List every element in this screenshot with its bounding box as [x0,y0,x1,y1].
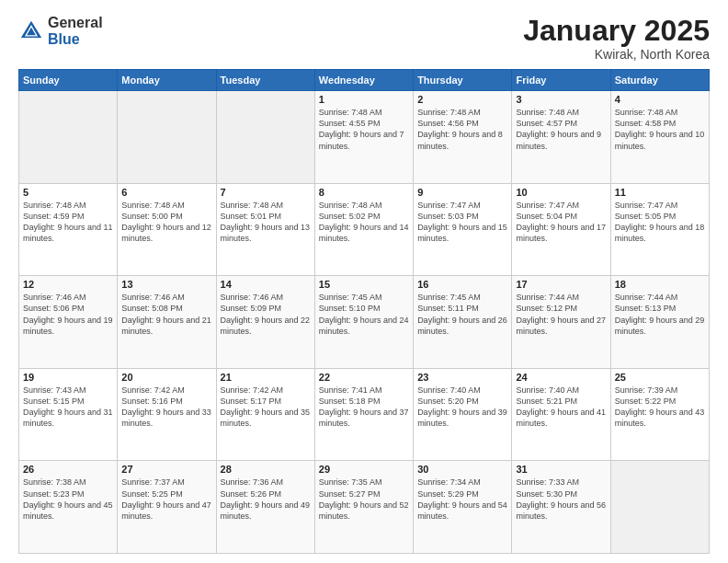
table-row [118,91,216,184]
col-friday: Friday [512,70,610,91]
day-info: Sunrise: 7:33 AM Sunset: 5:30 PM Dayligh… [516,477,606,522]
page: General Blue January 2025 Kwirak, North … [0,0,728,563]
day-info: Sunrise: 7:42 AM Sunset: 5:17 PM Dayligh… [221,385,311,430]
day-info: Sunrise: 7:48 AM Sunset: 5:00 PM Dayligh… [121,200,211,245]
day-info: Sunrise: 7:46 AM Sunset: 5:08 PM Dayligh… [121,292,211,337]
week-row-2: 5Sunrise: 7:48 AM Sunset: 4:59 PM Daylig… [19,183,710,276]
day-info: Sunrise: 7:34 AM Sunset: 5:29 PM Dayligh… [417,477,507,522]
location: Kwirak, North Korea [523,47,710,62]
table-row: 3Sunrise: 7:48 AM Sunset: 4:57 PM Daylig… [512,91,610,184]
day-info: Sunrise: 7:48 AM Sunset: 4:59 PM Dayligh… [23,200,113,245]
table-row: 14Sunrise: 7:46 AM Sunset: 5:09 PM Dayli… [216,276,314,369]
table-row: 22Sunrise: 7:41 AM Sunset: 5:18 PM Dayli… [314,368,413,461]
day-number: 1 [319,94,409,105]
day-number: 30 [417,464,507,475]
day-number: 10 [516,187,606,198]
day-number: 18 [615,279,705,290]
col-saturday: Saturday [610,70,709,91]
table-row: 23Sunrise: 7:40 AM Sunset: 5:20 PM Dayli… [414,368,512,461]
col-monday: Monday [118,70,216,91]
table-row: 12Sunrise: 7:46 AM Sunset: 5:06 PM Dayli… [19,276,118,369]
day-number: 9 [417,187,507,198]
header: General Blue January 2025 Kwirak, North … [18,15,710,62]
table-row: 31Sunrise: 7:33 AM Sunset: 5:30 PM Dayli… [512,461,610,554]
table-row: 15Sunrise: 7:45 AM Sunset: 5:10 PM Dayli… [314,276,413,369]
week-row-3: 12Sunrise: 7:46 AM Sunset: 5:06 PM Dayli… [19,276,710,369]
calendar-header-row: Sunday Monday Tuesday Wednesday Thursday… [19,70,710,91]
day-info: Sunrise: 7:45 AM Sunset: 5:10 PM Dayligh… [319,292,409,337]
table-row: 6Sunrise: 7:48 AM Sunset: 5:00 PM Daylig… [118,183,216,276]
day-number: 2 [417,94,507,105]
table-row: 29Sunrise: 7:35 AM Sunset: 5:27 PM Dayli… [314,461,413,554]
table-row: 17Sunrise: 7:44 AM Sunset: 5:12 PM Dayli… [512,276,610,369]
day-number: 22 [319,372,409,383]
table-row [610,461,709,554]
table-row: 9Sunrise: 7:47 AM Sunset: 5:03 PM Daylig… [414,183,512,276]
title-block: January 2025 Kwirak, North Korea [523,15,710,62]
day-info: Sunrise: 7:44 AM Sunset: 5:13 PM Dayligh… [615,292,705,337]
day-info: Sunrise: 7:47 AM Sunset: 5:04 PM Dayligh… [516,200,606,245]
table-row: 24Sunrise: 7:40 AM Sunset: 5:21 PM Dayli… [512,368,610,461]
table-row [19,91,118,184]
table-row: 10Sunrise: 7:47 AM Sunset: 5:04 PM Dayli… [512,183,610,276]
day-number: 19 [23,372,113,383]
day-number: 4 [615,94,705,105]
day-info: Sunrise: 7:40 AM Sunset: 5:20 PM Dayligh… [417,385,507,430]
day-info: Sunrise: 7:47 AM Sunset: 5:05 PM Dayligh… [615,200,705,245]
table-row: 13Sunrise: 7:46 AM Sunset: 5:08 PM Dayli… [118,276,216,369]
table-row: 8Sunrise: 7:48 AM Sunset: 5:02 PM Daylig… [314,183,413,276]
day-info: Sunrise: 7:38 AM Sunset: 5:23 PM Dayligh… [23,477,113,522]
day-info: Sunrise: 7:41 AM Sunset: 5:18 PM Dayligh… [319,385,409,430]
table-row: 20Sunrise: 7:42 AM Sunset: 5:16 PM Dayli… [118,368,216,461]
logo-blue: Blue [48,31,80,47]
day-number: 16 [417,279,507,290]
day-number: 15 [319,279,409,290]
day-info: Sunrise: 7:48 AM Sunset: 4:57 PM Dayligh… [516,107,606,152]
day-number: 11 [615,187,705,198]
col-thursday: Thursday [414,70,512,91]
day-info: Sunrise: 7:48 AM Sunset: 4:58 PM Dayligh… [615,107,705,152]
day-number: 23 [417,372,507,383]
week-row-4: 19Sunrise: 7:43 AM Sunset: 5:15 PM Dayli… [19,368,710,461]
day-info: Sunrise: 7:39 AM Sunset: 5:22 PM Dayligh… [615,385,705,430]
day-number: 26 [23,464,113,475]
day-number: 12 [23,279,113,290]
day-info: Sunrise: 7:44 AM Sunset: 5:12 PM Dayligh… [516,292,606,337]
col-wednesday: Wednesday [314,70,413,91]
col-tuesday: Tuesday [216,70,314,91]
table-row: 16Sunrise: 7:45 AM Sunset: 5:11 PM Dayli… [414,276,512,369]
day-number: 27 [121,464,211,475]
day-info: Sunrise: 7:48 AM Sunset: 5:02 PM Dayligh… [319,200,409,245]
day-info: Sunrise: 7:48 AM Sunset: 4:56 PM Dayligh… [417,107,507,152]
day-number: 7 [221,187,311,198]
day-info: Sunrise: 7:36 AM Sunset: 5:26 PM Dayligh… [221,477,311,522]
table-row: 7Sunrise: 7:48 AM Sunset: 5:01 PM Daylig… [216,183,314,276]
day-number: 13 [121,279,211,290]
day-info: Sunrise: 7:35 AM Sunset: 5:27 PM Dayligh… [319,477,409,522]
day-number: 28 [221,464,311,475]
table-row: 11Sunrise: 7:47 AM Sunset: 5:05 PM Dayli… [610,183,709,276]
logo-icon [18,18,44,44]
logo: General Blue [18,15,103,48]
table-row: 28Sunrise: 7:36 AM Sunset: 5:26 PM Dayli… [216,461,314,554]
logo-general: General [48,15,103,30]
day-info: Sunrise: 7:37 AM Sunset: 5:25 PM Dayligh… [121,477,211,522]
table-row: 19Sunrise: 7:43 AM Sunset: 5:15 PM Dayli… [19,368,118,461]
table-row: 26Sunrise: 7:38 AM Sunset: 5:23 PM Dayli… [19,461,118,554]
calendar-table: Sunday Monday Tuesday Wednesday Thursday… [18,69,710,554]
day-info: Sunrise: 7:47 AM Sunset: 5:03 PM Dayligh… [417,200,507,245]
table-row: 27Sunrise: 7:37 AM Sunset: 5:25 PM Dayli… [118,461,216,554]
day-number: 21 [221,372,311,383]
day-number: 29 [319,464,409,475]
day-number: 17 [516,279,606,290]
day-info: Sunrise: 7:45 AM Sunset: 5:11 PM Dayligh… [417,292,507,337]
table-row: 25Sunrise: 7:39 AM Sunset: 5:22 PM Dayli… [610,368,709,461]
day-number: 14 [221,279,311,290]
day-number: 24 [516,372,606,383]
table-row: 5Sunrise: 7:48 AM Sunset: 4:59 PM Daylig… [19,183,118,276]
table-row [216,91,314,184]
day-number: 31 [516,464,606,475]
day-number: 6 [121,187,211,198]
day-info: Sunrise: 7:42 AM Sunset: 5:16 PM Dayligh… [121,385,211,430]
col-sunday: Sunday [19,70,118,91]
